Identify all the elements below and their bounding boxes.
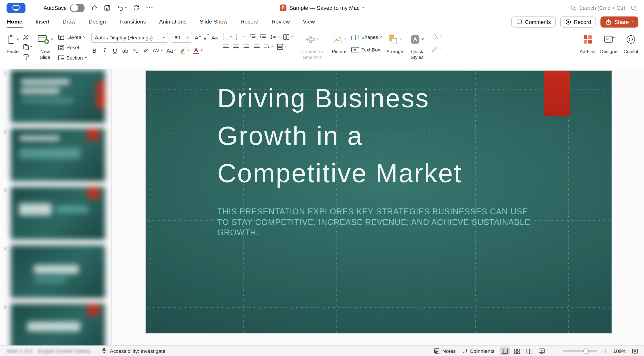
line-spacing-button[interactable]	[270, 34, 279, 40]
slide-sorter-view-button[interactable]	[512, 347, 522, 355]
share-button[interactable]: Share	[600, 16, 638, 28]
text-box-button[interactable]: Text Box	[351, 45, 382, 54]
slide-title-text[interactable]: Driving Business Growth in a Competitive…	[217, 80, 505, 192]
picture-icon	[332, 35, 342, 44]
accessibility-status[interactable]: Accessibility: Investigate	[101, 348, 166, 354]
align-right-button[interactable]	[243, 44, 250, 50]
grow-font-button[interactable]: A	[194, 35, 201, 41]
tab-animations[interactable]: Animations	[159, 17, 187, 28]
record-button[interactable]: Record	[560, 16, 596, 28]
tab-design[interactable]: Design	[88, 17, 106, 28]
quick-styles-button[interactable]: Quick Styles	[408, 31, 426, 60]
tab-slide-show[interactable]: Slide Show	[199, 17, 228, 28]
tab-transitions[interactable]: Transitions	[119, 17, 146, 28]
shapes-button[interactable]: Shapes	[351, 33, 382, 42]
zoom-level[interactable]: 109%	[613, 348, 626, 354]
comments-toggle-button[interactable]: Comments	[461, 348, 495, 354]
home-button[interactable]	[91, 5, 98, 11]
tab-record[interactable]: Record	[240, 17, 259, 28]
notes-toggle-button[interactable]: Notes	[434, 348, 456, 354]
normal-view-button[interactable]	[500, 347, 510, 355]
slide-editor[interactable]: Driving Business Growth in a Competitive…	[146, 71, 612, 333]
redo-button[interactable]	[133, 5, 139, 11]
copy-chevron-icon[interactable]	[30, 45, 33, 48]
save-button[interactable]	[104, 5, 110, 11]
shape-fill-button[interactable]	[431, 33, 442, 41]
tab-view[interactable]: View	[302, 17, 315, 28]
paste-button[interactable]: Paste	[6, 31, 18, 55]
layout-button[interactable]: Layout	[58, 33, 86, 42]
bold-button[interactable]: B	[91, 47, 98, 54]
designer-button[interactable]: Designer	[600, 31, 619, 55]
slideshow-view-button[interactable]	[537, 347, 547, 355]
designer-icon	[604, 35, 615, 44]
comments-button[interactable]: Comments	[512, 16, 556, 28]
new-slide-button[interactable]: New Slide	[37, 31, 53, 60]
clear-formatting-button[interactable]: A	[212, 35, 218, 41]
increase-indent-button[interactable]	[260, 34, 266, 40]
tab-review[interactable]: Review	[271, 17, 290, 28]
slide-red-accent-shape[interactable]	[544, 71, 570, 116]
document-title[interactable]: Sample — Saved to my Mac	[280, 0, 364, 16]
fit-slide-to-window-button[interactable]	[632, 348, 638, 354]
text-highlight-button[interactable]	[180, 47, 189, 54]
tab-home[interactable]: Home	[6, 17, 23, 28]
character-spacing-button[interactable]: AV	[153, 48, 163, 54]
convert-to-smartart-button[interactable]: Convert to SmartArt	[297, 31, 327, 60]
reset-button[interactable]: Reset	[58, 43, 86, 52]
slide-thumbnail[interactable]	[11, 70, 105, 123]
slide-thumbnail[interactable]	[11, 128, 105, 181]
thumbnail-blur-content	[34, 278, 67, 282]
font-size-combobox[interactable]: 60	[171, 33, 192, 43]
format-painter-button[interactable]	[23, 53, 32, 61]
change-case-button[interactable]: Aa	[166, 48, 176, 54]
decrease-indent-button[interactable]	[249, 34, 256, 40]
new-slide-chevron-icon[interactable]	[50, 38, 53, 40]
strikethrough-button[interactable]: ab	[122, 48, 128, 54]
copilot-button[interactable]: Copilot	[624, 31, 638, 55]
bullets-button[interactable]	[223, 34, 232, 40]
zoom-in-button[interactable]	[603, 348, 608, 354]
cut-button[interactable]	[23, 33, 32, 41]
slide-thumbnail[interactable]	[11, 245, 105, 298]
app-icon-badge[interactable]	[6, 3, 25, 13]
numbering-button[interactable]	[236, 34, 246, 40]
align-center-button[interactable]	[233, 44, 240, 50]
paste-chevron-icon[interactable]	[16, 38, 19, 40]
more-commands-button[interactable]	[146, 7, 153, 9]
slide-thumbnail[interactable]	[11, 187, 105, 240]
italic-button[interactable]: I	[101, 47, 108, 54]
underline-button[interactable]: U	[112, 47, 118, 54]
align-text-button[interactable]	[277, 44, 287, 50]
zoom-out-button[interactable]	[552, 348, 558, 354]
addins-button[interactable]: Add-ins	[580, 31, 596, 55]
tab-insert[interactable]: Insert	[35, 17, 50, 28]
zoom-slider[interactable]	[562, 350, 597, 352]
slide-subtitle-text[interactable]: THIS PRESENTATION EXPLORES KEY STRATEGIE…	[217, 207, 542, 238]
superscript-button[interactable]: x²	[142, 48, 149, 54]
tab-draw[interactable]: Draw	[62, 17, 76, 28]
font-name-combobox[interactable]: Aptos Display (Headings)	[91, 33, 168, 43]
align-left-button[interactable]	[223, 44, 229, 50]
shrink-font-button[interactable]: A	[204, 35, 209, 41]
columns-button[interactable]	[283, 34, 292, 40]
font-color-button[interactable]: A	[193, 47, 202, 54]
copy-icon	[23, 44, 30, 50]
subscript-button[interactable]: x₂	[132, 48, 139, 54]
picture-button[interactable]: Picture	[332, 31, 346, 55]
reading-view-button[interactable]	[524, 347, 534, 355]
justify-button[interactable]	[254, 44, 260, 50]
slide-canvas: Driving Business Growth in a Competitive…	[112, 69, 644, 345]
zoom-slider-knob[interactable]	[584, 348, 589, 354]
copy-button[interactable]	[23, 43, 32, 51]
search-control[interactable]: Search (Cmd + Ctrl + U)	[570, 5, 636, 11]
shape-outline-button[interactable]	[431, 45, 442, 53]
language-indicator[interactable]: English (United States)	[38, 348, 90, 354]
arrange-button[interactable]: Arrange	[386, 31, 403, 55]
section-button[interactable]: Section	[58, 54, 86, 62]
undo-button[interactable]	[117, 5, 126, 11]
undo-dropdown-chevron-icon[interactable]	[124, 6, 127, 9]
text-direction-button[interactable]	[264, 44, 274, 50]
autosave-toggle[interactable]	[70, 4, 85, 12]
slide-thumbnail[interactable]	[11, 304, 105, 345]
